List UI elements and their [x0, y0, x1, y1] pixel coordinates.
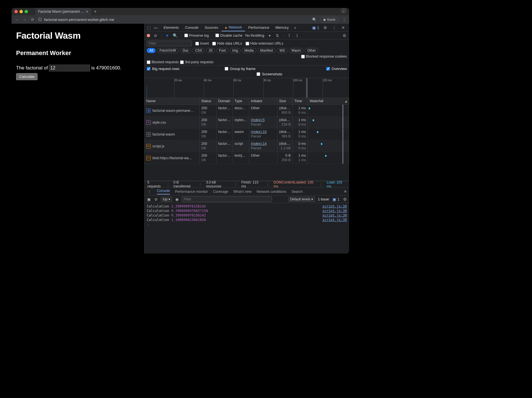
console-clear-icon[interactable]: ⊘	[154, 197, 159, 202]
drawer-tab-perf-monitor[interactable]: Performance monitor	[175, 190, 208, 194]
issues-label: 1 Issue:	[318, 197, 330, 201]
source-link[interactable]: script.js:30	[322, 218, 347, 222]
screenshots-checkbox[interactable]: Screenshots	[257, 72, 347, 76]
drawer-tab-search[interactable]: Search	[292, 190, 303, 194]
col-initiator[interactable]: Initiator	[249, 98, 277, 105]
close-devtools-icon[interactable]: ✕	[340, 25, 346, 30]
preserve-log-checkbox[interactable]: Preserve log	[184, 34, 209, 38]
source-link[interactable]: script.js:30	[322, 204, 347, 208]
col-type[interactable]: Type	[233, 98, 249, 105]
tab-memory[interactable]: Memory	[273, 24, 292, 31]
page-subtitle: Permanent Worker	[16, 49, 140, 57]
window-titlebar: Factorial Wasm (permanent … ✕ + ⌄	[12, 8, 349, 15]
clear-icon[interactable]: ⊘	[153, 33, 158, 38]
blocked-cookies-checkbox[interactable]: Blocked response cookies	[301, 54, 347, 58]
gear-icon[interactable]: ⚙	[322, 25, 328, 30]
console-filter-input[interactable]	[182, 196, 272, 202]
eye-icon[interactable]: ◉	[174, 197, 179, 202]
back-icon[interactable]: ←	[14, 18, 19, 22]
filter-type-all[interactable]: All	[147, 48, 156, 53]
new-tab-button[interactable]: +	[91, 8, 99, 15]
col-domain[interactable]: Domain	[216, 98, 233, 105]
tab-console[interactable]: Console	[182, 24, 202, 31]
inspect-icon[interactable]: ⬚	[146, 25, 152, 30]
col-waterfall[interactable]: Waterfall▴	[308, 98, 349, 105]
filter-type-wasm[interactable]: Wasm	[289, 48, 304, 53]
tab-elements[interactable]: Elements	[161, 24, 181, 31]
levels-select[interactable]: Default levels ▾	[288, 197, 315, 202]
drawer-tab-console[interactable]: Console	[157, 189, 170, 194]
close-icon[interactable]	[14, 10, 18, 13]
filter-type-img[interactable]: Img	[230, 48, 240, 53]
calculate-button[interactable]: Calculate	[16, 73, 38, 80]
device-icon[interactable]: ▭	[152, 25, 159, 30]
factorial-input[interactable]	[49, 65, 90, 71]
throttling-select[interactable]: No throttling	[245, 34, 264, 38]
big-rows-checkbox[interactable]: Big request rows	[147, 67, 179, 71]
chevron-down-icon[interactable]: ▾	[267, 33, 272, 38]
url-text: factorial-wasm-permanent-worker.glitch.m…	[44, 18, 114, 22]
filter-icon[interactable]: ▼	[165, 33, 170, 38]
col-name[interactable]: Name	[145, 98, 200, 105]
overview-timeline[interactable]: 20 ms40 ms60 ms80 ms100 ms120 ms	[145, 78, 349, 98]
console-sidebar-icon[interactable]: ▣	[146, 197, 151, 202]
blocked-requests-checkbox[interactable]: Blocked requests	[147, 60, 179, 64]
forward-icon[interactable]: →	[22, 18, 27, 22]
third-party-checkbox[interactable]: 3rd-party requests	[180, 60, 213, 64]
site-info-icon[interactable]: ⓘ	[38, 17, 42, 22]
filter-type-fetchxhr[interactable]: Fetch/XHR	[157, 48, 179, 53]
search-icon[interactable]: 🔍	[172, 33, 178, 38]
source-link[interactable]: script.js:30	[322, 213, 347, 217]
filter-type-font[interactable]: Font	[216, 48, 228, 53]
browser-tab[interactable]: Factorial Wasm (permanent … ✕	[35, 8, 91, 15]
issues-icon[interactable]: ▣ 1	[312, 25, 319, 30]
issues-badge[interactable]: ▣ 1	[332, 197, 340, 202]
browser-menu-icon[interactable]: ⋮	[342, 18, 346, 22]
tab-performance[interactable]: Performance	[246, 24, 272, 31]
minimize-icon[interactable]	[19, 10, 23, 13]
profile-button[interactable]: ◉ Guest	[320, 17, 338, 22]
filter-type-manifest[interactable]: Manifest	[258, 48, 275, 53]
download-icon[interactable]: ⤵	[295, 33, 300, 38]
filter-type-js[interactable]: JS	[206, 48, 215, 53]
filter-type-media[interactable]: Media	[242, 48, 256, 53]
overview-checkbox[interactable]: Overview	[326, 67, 347, 71]
tab-network[interactable]: ▲Network	[222, 24, 245, 31]
drawer-tab-coverage[interactable]: Coverage	[213, 190, 228, 194]
drawer-tab-netcond[interactable]: Network conditions	[257, 190, 286, 194]
drawer-close-icon[interactable]: ✕	[344, 189, 347, 194]
zoom-icon[interactable]: 🔍	[312, 18, 317, 22]
record-icon[interactable]	[147, 34, 150, 37]
source-link[interactable]: script.js:30	[322, 209, 347, 213]
maximize-icon[interactable]	[25, 10, 28, 13]
upload-icon[interactable]: ⤴	[287, 33, 292, 38]
col-time[interactable]: Time	[293, 98, 308, 105]
col-size[interactable]: Size	[277, 98, 293, 105]
console-line: Calculation 1.399999976158142script.js:3…	[147, 204, 347, 209]
drawer-menu-icon[interactable]: ⋮	[147, 189, 152, 194]
close-tab-icon[interactable]: ✕	[86, 10, 88, 14]
url-display[interactable]: ⓘ factorial-wasm-permanent-worker.glitch…	[38, 17, 114, 22]
network-settings-icon[interactable]: ⚙	[342, 33, 347, 38]
filter-type-doc[interactable]: Doc	[180, 48, 191, 53]
tabs-menu-icon[interactable]: ⌄	[341, 8, 346, 14]
reload-icon[interactable]: ⟳	[30, 18, 35, 22]
console-prompt[interactable]: ›	[147, 222, 347, 228]
wifi-icon[interactable]: ⇅	[275, 33, 280, 38]
group-frame-checkbox[interactable]: Group by frame	[225, 67, 315, 71]
network-filter-input[interactable]	[147, 41, 192, 46]
invert-checkbox[interactable]: Invert	[195, 41, 209, 45]
drawer-tab-whatsnew[interactable]: What's new	[233, 190, 251, 194]
hide-extension-urls-checkbox[interactable]: Hide extension URLs	[246, 41, 283, 45]
disable-cache-checkbox[interactable]: Disable cache	[215, 34, 242, 38]
hide-data-urls-checkbox[interactable]: Hide data URLs	[212, 41, 242, 45]
context-select[interactable]: top ▾	[161, 197, 172, 202]
filter-type-css[interactable]: CSS	[192, 48, 205, 53]
kebab-icon[interactable]: ⋮	[331, 25, 337, 30]
tab-sources[interactable]: Sources	[202, 24, 221, 31]
col-status[interactable]: Status	[200, 98, 216, 105]
filter-type-ws[interactable]: WS	[277, 48, 287, 53]
filter-type-other[interactable]: Other	[305, 48, 318, 53]
more-tabs-icon[interactable]: »	[292, 25, 298, 30]
console-gear-icon[interactable]: ⚙	[342, 197, 347, 202]
